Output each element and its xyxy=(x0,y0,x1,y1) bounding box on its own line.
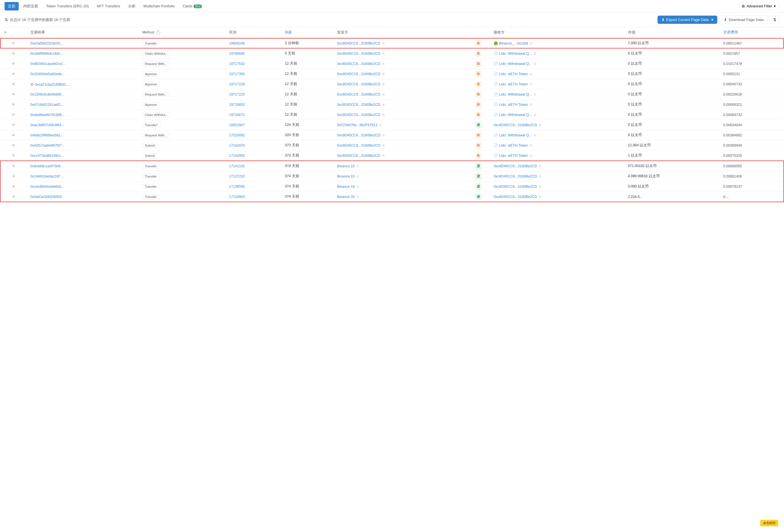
export-button[interactable]: ⬇ Export Current Page Data ▾ xyxy=(657,16,718,24)
eye-icon[interactable]: 👁 xyxy=(11,41,15,45)
copy-from-icon[interactable]: ⎘ xyxy=(357,165,359,168)
to-link[interactable]: Lido: stETH Token xyxy=(499,154,528,158)
nav-tab-transactions[interactable]: 交易 xyxy=(4,2,19,10)
copy-from-icon[interactable]: ⎘ xyxy=(383,62,385,65)
to-link[interactable]: Lido: stETH Token xyxy=(499,103,528,107)
from-link[interactable]: Binance 15 xyxy=(337,174,355,178)
copy-from-icon[interactable]: ⎘ xyxy=(383,93,385,96)
nav-tab-nft-transfers[interactable]: NFT Transfers xyxy=(93,2,124,10)
tx-hash-link[interactable]: 0xca21cba21686d2... xyxy=(35,83,69,86)
copy-from-icon[interactable]: ⎘ xyxy=(357,195,359,198)
col-fee[interactable]: 交易费用 xyxy=(720,27,784,38)
copy-to-icon[interactable]: ⎘ xyxy=(539,185,541,188)
nav-tab-internal[interactable]: 内部交易 xyxy=(20,2,41,10)
from-link[interactable]: 0xc8D45CC6...3160Be2CD xyxy=(337,143,381,147)
copy-to-icon[interactable]: ⎘ xyxy=(534,113,536,116)
block-link[interactable]: 18922947 xyxy=(229,123,245,127)
tx-hash-link[interactable]: 0x0a81e32fd2905f3... xyxy=(30,195,65,199)
nav-tab-token-transfers[interactable]: Token Transfers (ERC-20) xyxy=(43,2,92,10)
tx-hash-link[interactable]: 0x144fd1be8ac2d7... xyxy=(30,174,63,178)
from-link[interactable]: 0xc8D45CC6...3160Be2CD xyxy=(337,92,381,96)
to-link[interactable]: 0xc8D45CC6...3160Be2CD xyxy=(494,164,537,168)
copy-to-icon[interactable]: ⎘ xyxy=(534,62,536,65)
tx-hash-link[interactable]: 0x982981cacebf2c4... xyxy=(30,62,65,66)
filter-button[interactable]: ⇅ xyxy=(770,15,780,24)
download-button[interactable]: ⬇ Download Page Data xyxy=(720,15,768,24)
advanced-filter-button[interactable]: ⊞ Advanced Filter ▾ xyxy=(738,2,780,10)
block-link[interactable]: 19717226 xyxy=(229,82,245,86)
tx-hash-link[interactable]: 0xac3df5f7c68c864... xyxy=(30,123,64,127)
eye-icon[interactable]: 👁 xyxy=(11,133,15,137)
eye-icon[interactable]: 👁 xyxy=(11,92,15,96)
copy-to-icon[interactable]: ⎘ xyxy=(534,134,536,137)
tx-hash-link[interactable]: 0x6db29f80becb81... xyxy=(30,133,63,137)
copy-from-icon[interactable]: ⎘ xyxy=(383,83,385,86)
from-link[interactable]: Binance 20 xyxy=(337,195,355,199)
block-link[interactable]: 19766685 xyxy=(229,52,245,56)
copy-from-icon[interactable]: ⎘ xyxy=(383,42,385,45)
copy-from-icon[interactable]: ⎘ xyxy=(383,154,385,158)
eye-icon[interactable]: 👁 xyxy=(11,123,15,127)
copy-to-icon[interactable]: ⎘ xyxy=(539,175,541,178)
tx-hash-link[interactable]: 0x9cbb9c1e0f75b9... xyxy=(30,164,63,168)
block-link[interactable]: 17136590 xyxy=(229,185,245,189)
block-link[interactable]: 17142955 xyxy=(229,154,245,158)
copy-from-icon[interactable]: ⎘ xyxy=(380,123,382,127)
block-link[interactable]: 19716671 xyxy=(229,113,245,117)
block-link[interactable]: 19717300 xyxy=(229,72,245,76)
to-link[interactable]: Lido: Withdrawal Q... xyxy=(499,133,532,137)
copy-from-icon[interactable]: ⎘ xyxy=(383,144,385,147)
nav-tab-multichain[interactable]: Multichain Portfolio xyxy=(140,2,178,10)
tx-hash-link[interactable]: 0x18df9866dc18dc... xyxy=(30,52,63,56)
eye-icon[interactable]: 👁 xyxy=(12,164,16,168)
tx-hash-link[interactable]: 0x42f17aa0e897fd7... xyxy=(30,143,65,147)
tx-hash-link[interactable]: 0x31600eb5a92ede... xyxy=(30,72,65,76)
copy-to-icon[interactable]: ⎘ xyxy=(530,154,532,158)
block-link[interactable]: 17137232 xyxy=(229,174,245,178)
copy-to-icon[interactable]: ⎘ xyxy=(530,83,532,86)
from-link[interactable]: 0xc8D45CC6...3160Be2CD xyxy=(337,133,381,137)
block-link[interactable]: 17134963 xyxy=(229,195,245,199)
tx-hash-link[interactable]: 0xcec86b4e3eb6d2... xyxy=(30,185,64,189)
tx-hash-link[interactable]: 0xcc473ed8b169cc... xyxy=(30,154,64,158)
copy-from-icon[interactable]: ⎘ xyxy=(383,52,385,55)
eye-icon[interactable]: 👁 xyxy=(12,174,16,178)
copy-from-icon[interactable]: ⎘ xyxy=(383,72,385,76)
eye-icon[interactable]: 👁 xyxy=(11,154,15,158)
from-link[interactable]: Binance 18 xyxy=(337,185,355,189)
copy-from-icon[interactable]: ⎘ xyxy=(383,134,385,137)
eye-icon[interactable]: 👁 xyxy=(11,72,15,76)
from-link[interactable]: 0xc8D45CC6...3160Be2CD xyxy=(337,154,381,158)
block-link[interactable]: 19717532 xyxy=(229,62,245,66)
block-link[interactable]: 19717225 xyxy=(229,92,245,96)
nav-tab-cards[interactable]: CardsNew xyxy=(179,2,206,10)
block-link[interactable]: 19716852 xyxy=(229,103,245,107)
copy-from-icon[interactable]: ⎘ xyxy=(383,113,385,116)
to-link[interactable]: 0xc8D45CC6...3160Be2CD xyxy=(494,195,537,199)
to-link[interactable]: Lido: Withdrawal Q... xyxy=(499,62,532,66)
nav-tab-analytics[interactable]: 分析 xyxy=(125,2,139,10)
tx-hash-link[interactable]: 0x47c9d412b1aef2... xyxy=(30,103,63,107)
eye-icon[interactable]: 👁 xyxy=(11,143,15,147)
to-link[interactable]: Lido: Withdrawal Q... xyxy=(499,92,532,96)
to-link[interactable]: Lido: stETH Token xyxy=(499,143,528,147)
to-link[interactable]: Lido: stETH Token xyxy=(499,72,528,76)
block-link[interactable]: 17141192 xyxy=(229,164,245,168)
to-link[interactable]: Lido: stETH Token xyxy=(499,82,528,86)
from-link[interactable]: 0x5704076e...662F67811 xyxy=(337,123,377,127)
copy-to-icon[interactable]: ⎘ xyxy=(539,123,541,127)
to-link[interactable]: Lido: Withdrawal Q... xyxy=(499,52,532,56)
tx-hash-link[interactable]: 0xe3a5fef2323e3fc... xyxy=(30,41,63,45)
eye-icon[interactable]: 👁 xyxy=(11,113,15,117)
copy-to-icon[interactable]: ⎘ xyxy=(534,93,536,96)
from-link[interactable]: 0xc8D45CC6...3160Be2CD xyxy=(337,41,381,45)
to-link[interactable]: 0xc8D45CC6...3160Be2CD xyxy=(494,174,537,178)
from-link[interactable]: 0xc8D45CC6...3160Be2CD xyxy=(337,62,381,66)
to-link[interactable]: 0xc8D45CC6...3160Be2CD xyxy=(494,185,537,189)
to-link[interactable]: 0xc8D45CC6...3160Be2CD xyxy=(494,123,537,127)
copy-to-icon[interactable]: ⎘ xyxy=(530,42,532,45)
copy-to-icon[interactable]: ⎘ xyxy=(539,165,541,168)
to-link[interactable]: Lido: Withdrawal Q... xyxy=(499,113,532,117)
block-link[interactable]: 17520092 xyxy=(229,133,245,137)
copy-from-icon[interactable]: ⎘ xyxy=(357,175,359,178)
